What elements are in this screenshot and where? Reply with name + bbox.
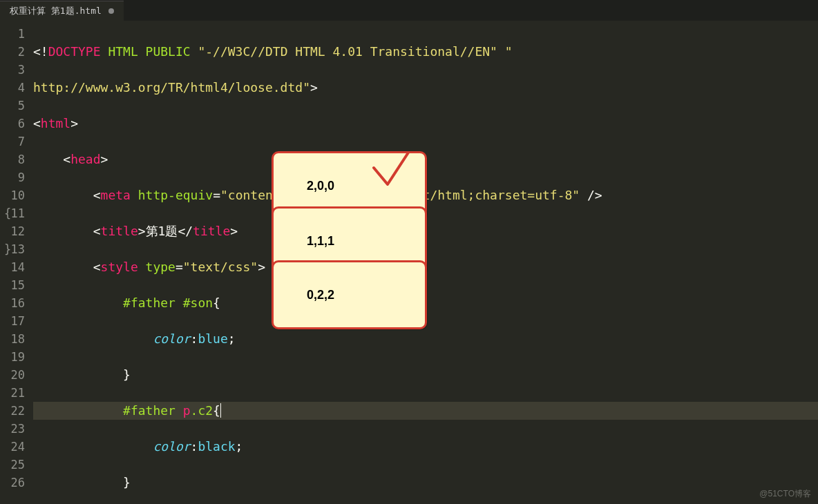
unsaved-indicator-icon [108, 8, 114, 14]
checkmark-icon [368, 148, 417, 197]
tab-title: 权重计算 第1题.html [10, 5, 102, 17]
specificity-callout-3: 0,2,2 [272, 260, 427, 329]
file-tab[interactable]: 权重计算 第1题.html [0, 1, 124, 21]
code-area[interactable]: <!DOCTYPE HTML PUBLIC "-//W3C//DTD HTML … [33, 21, 818, 504]
callout-text: 1,1,1 [307, 234, 334, 248]
line-number-gutter: 1 2 3 4 5 6 7 8 9 10 11 12 13 14 15 16 1… [0, 21, 33, 504]
editor: 1 2 3 4 5 6 7 8 9 10 11 12 13 14 15 16 1… [0, 21, 818, 504]
watermark: @51CTO博客 [759, 488, 811, 500]
callout-text: 2,0,0 [307, 179, 334, 193]
callout-text: 0,2,2 [307, 288, 334, 302]
tab-bar: 权重计算 第1题.html [0, 0, 818, 21]
